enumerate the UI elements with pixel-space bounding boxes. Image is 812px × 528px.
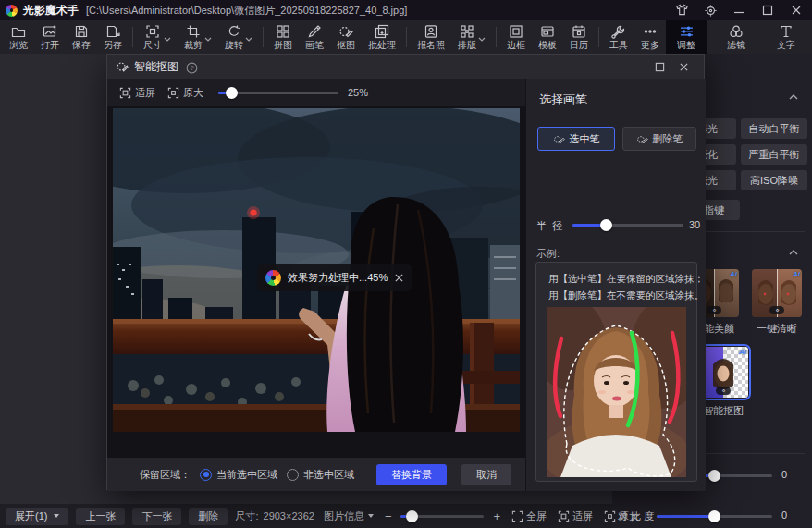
toolbar-calendar-label: 日历 — [570, 41, 588, 50]
toolbar-resize-label: 尺寸 — [143, 41, 162, 50]
fullscreen-icon — [511, 510, 523, 522]
radio-non-selection[interactable]: 非选中区域 — [287, 468, 354, 482]
toolbar-save-as[interactable]: 另存 — [97, 20, 129, 54]
cutout-icon — [338, 24, 353, 39]
radio-current-selection[interactable]: 当前选中区域 — [200, 468, 277, 482]
toolbar-text[interactable]: 文字 — [766, 20, 806, 54]
toolbar-id-photo[interactable]: 报名照 — [411, 20, 451, 54]
dialog-original-size-button[interactable]: 原大 — [167, 86, 203, 100]
chevron-down-icon — [245, 29, 252, 45]
tools-wrench-icon — [611, 24, 626, 39]
fullscreen-button[interactable]: 全屏 — [511, 510, 547, 523]
toolbar-calendar[interactable]: 日历 — [563, 20, 595, 54]
toolbar-open[interactable]: 打开 — [34, 20, 66, 54]
more-dots-icon — [643, 24, 658, 39]
contrast-slider[interactable] — [657, 515, 772, 518]
titlebar: 光影魔术手 [C:\Users\Administrator\Desktop\微信… — [0, 0, 812, 20]
toolbar-separator — [263, 27, 264, 47]
delete-pen-button[interactable]: 删除笔 — [622, 127, 696, 151]
cancel-button[interactable]: 取消 — [461, 464, 511, 485]
delete-image-button[interactable]: 删除 — [189, 508, 228, 525]
smart-cutout-dialog: 智能抠图 ? 适屏 原大 25% — [106, 54, 705, 490]
toolbar-batch-label: 批处理 — [368, 41, 396, 50]
minimize-button[interactable] — [729, 2, 749, 18]
fit-screen-icon — [119, 87, 131, 99]
select-pen-label: 选中笔 — [570, 132, 600, 146]
next-image-button[interactable]: 下一张 — [132, 508, 181, 525]
quick-auto-white-balance-button[interactable]: 自动白平衡 — [741, 118, 807, 139]
toolbar-open-label: 打开 — [41, 41, 59, 50]
fit-screen-button[interactable]: 适屏 — [558, 510, 593, 523]
dropdown-arrow-icon — [54, 514, 59, 518]
toolbar-brush-label: 画笔 — [305, 41, 324, 50]
toolbar-tools[interactable]: 工具 — [603, 20, 634, 54]
toolbar-crop[interactable]: 裁剪 — [178, 20, 218, 54]
original-size-button[interactable]: 原大 — [604, 510, 639, 523]
image-info-dropdown[interactable]: 图片信息 — [324, 510, 374, 523]
maximize-button[interactable] — [757, 2, 778, 18]
toolbar-adjust[interactable]: 调整 — [666, 20, 707, 54]
crop-icon — [186, 24, 201, 39]
expand-button[interactable]: 展开(1) — [6, 508, 68, 525]
close-button[interactable] — [786, 2, 806, 18]
toolbar-rotate[interactable]: 旋转 — [218, 20, 259, 54]
toolbar-cutout-label: 抠图 — [337, 41, 355, 50]
quick-severe-white-balance-button[interactable]: 严重白平衡 — [741, 144, 807, 165]
section-collapse-chevron-icon[interactable] — [788, 88, 799, 95]
select-pen-button[interactable]: 选中笔 — [537, 127, 615, 151]
chevron-down-icon — [478, 29, 486, 45]
toolbar-collage[interactable]: 拼图 — [267, 20, 299, 54]
toolbar-template[interactable]: 模板 — [532, 20, 563, 54]
dialog-zoom-slider[interactable] — [218, 92, 338, 94]
radius-slider[interactable] — [572, 224, 683, 227]
toolbar-filter[interactable]: 滤镜 — [716, 20, 757, 54]
text-icon — [779, 24, 794, 39]
radio-selected-icon — [200, 469, 212, 481]
quick-iso-denoise-button[interactable]: 高ISO降噪 — [741, 170, 807, 190]
theme-shirt-icon[interactable] — [671, 2, 692, 18]
toolbar-cutout[interactable]: 抠图 — [330, 20, 362, 54]
toolbar-brush[interactable]: 画笔 — [299, 20, 330, 54]
toolbar-filter-label: 滤镜 — [727, 41, 745, 50]
toolbar-frame[interactable]: 边框 — [500, 20, 532, 54]
radius-slider-knob[interactable] — [600, 219, 612, 231]
settings-gear-icon[interactable] — [700, 2, 720, 18]
replace-background-button[interactable]: 替换背景 — [376, 464, 447, 485]
toast-close-icon[interactable] — [394, 270, 404, 287]
help-icon[interactable]: ? — [186, 61, 198, 73]
ai-clarity-label: 一键清晰 — [744, 322, 809, 336]
toolbar-save[interactable]: 保存 — [66, 20, 97, 54]
dialog-close-button[interactable] — [671, 55, 695, 79]
toolbar-batch[interactable]: 批处理 — [362, 20, 402, 54]
dialog-header[interactable]: 智能抠图 ? — [107, 55, 704, 79]
toolbar-separator — [496, 27, 497, 47]
brightness-slider-knob[interactable] — [708, 470, 720, 482]
edit-canvas[interactable]: 效果努力处理中...45% — [107, 106, 525, 458]
photo-preview[interactable]: 效果努力处理中...45% — [113, 108, 520, 432]
contrast-slider-knob[interactable] — [708, 510, 720, 522]
toolbar-resize[interactable]: 尺寸 — [137, 20, 178, 54]
prev-image-button[interactable]: 上一张 — [76, 508, 125, 525]
dialog-original-label: 原大 — [183, 86, 203, 100]
select-pen-icon — [553, 133, 565, 145]
main-zoom-slider[interactable] — [400, 515, 484, 518]
image-size-label: 尺寸: — [235, 510, 258, 523]
zoom-out-button[interactable]: − — [385, 510, 392, 523]
ai-clarity-thumbnail[interactable]: Ai ‹› — [752, 269, 802, 317]
brightness-value: 0 — [781, 469, 787, 480]
zoom-in-button[interactable]: + — [493, 510, 500, 523]
dialog-fit-screen-button[interactable]: 适屏 — [119, 86, 155, 100]
dialog-zoom-knob[interactable] — [226, 87, 238, 99]
ai-badge: Ai — [793, 270, 800, 278]
calendar-icon — [572, 24, 586, 39]
main-zoom-knob[interactable] — [406, 510, 418, 522]
toolbar-browse[interactable]: 浏览 — [3, 20, 34, 54]
section-collapse-chevron-icon[interactable] — [788, 243, 799, 251]
save-icon — [74, 24, 89, 39]
ai-cutout-thumbnail[interactable]: Ai ‹› — [698, 347, 748, 398]
processing-toast: 效果努力处理中...45% — [257, 264, 412, 291]
template-icon — [540, 24, 555, 39]
dialog-maximize-button[interactable] — [647, 55, 671, 79]
toolbar-more[interactable]: 更多 — [634, 20, 666, 54]
toolbar-layout[interactable]: 排版 — [451, 20, 492, 54]
